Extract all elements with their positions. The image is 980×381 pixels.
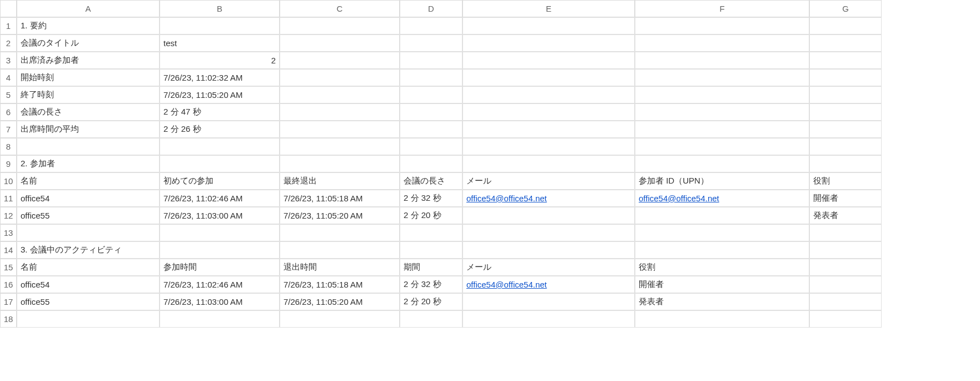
- cell-F3[interactable]: [635, 52, 809, 69]
- cell-A3[interactable]: 出席済み参加者: [17, 52, 160, 69]
- cell-D1[interactable]: [400, 17, 462, 34]
- cell-D3[interactable]: [400, 52, 462, 69]
- cell-F15[interactable]: 役割: [635, 259, 809, 276]
- cell-C15[interactable]: 退出時間: [280, 259, 400, 276]
- cell-A6[interactable]: 会議の長さ: [17, 103, 160, 121]
- cell-E9[interactable]: [462, 155, 635, 172]
- cell-A9[interactable]: 2. 参加者: [17, 155, 160, 172]
- cell-E7[interactable]: [462, 121, 635, 138]
- cell-A14[interactable]: 3. 会議中のアクティビティ: [17, 241, 160, 259]
- cell-A13[interactable]: [17, 224, 160, 241]
- column-header-G[interactable]: G: [809, 0, 882, 17]
- cell-F6[interactable]: [635, 103, 809, 121]
- cell-E17[interactable]: [462, 293, 635, 310]
- cell-B5[interactable]: 7/26/23, 11:05:20 AM: [160, 86, 280, 103]
- cell-C14[interactable]: [280, 241, 400, 259]
- cell-F12[interactable]: [635, 207, 809, 224]
- cell-F8[interactable]: [635, 138, 809, 155]
- cell-A18[interactable]: [17, 310, 160, 328]
- cell-B8[interactable]: [160, 138, 280, 155]
- cell-F10[interactable]: 参加者 ID（UPN）: [635, 172, 809, 190]
- cell-D18[interactable]: [400, 310, 462, 328]
- cell-A15[interactable]: 名前: [17, 259, 160, 276]
- cell-F1[interactable]: [635, 17, 809, 34]
- cell-E12[interactable]: [462, 207, 635, 224]
- cell-D15[interactable]: 期間: [400, 259, 462, 276]
- cell-F5[interactable]: [635, 86, 809, 103]
- cell-A10[interactable]: 名前: [17, 172, 160, 190]
- link-E16[interactable]: office54@office54.net: [466, 280, 547, 289]
- cell-C6[interactable]: [280, 103, 400, 121]
- row-header-8[interactable]: 8: [0, 138, 17, 155]
- spreadsheet-grid[interactable]: ABCDEFG11. 要約2会議のタイトルtest3出席済み参加者24開始時刻7…: [0, 0, 980, 328]
- cell-G2[interactable]: [809, 34, 882, 52]
- cell-C13[interactable]: [280, 224, 400, 241]
- cell-E14[interactable]: [462, 241, 635, 259]
- cell-E18[interactable]: [462, 310, 635, 328]
- cell-D6[interactable]: [400, 103, 462, 121]
- row-header-15[interactable]: 15: [0, 259, 17, 276]
- cell-B7[interactable]: 2 分 26 秒: [160, 121, 280, 138]
- cell-B3[interactable]: 2: [160, 52, 280, 69]
- cell-E11[interactable]: office54@office54.net: [462, 190, 635, 207]
- cell-E15[interactable]: メール: [462, 259, 635, 276]
- cell-A1[interactable]: 1. 要約: [17, 17, 160, 34]
- cell-B13[interactable]: [160, 224, 280, 241]
- cell-B16[interactable]: 7/26/23, 11:02:46 AM: [160, 276, 280, 293]
- cell-G11[interactable]: 開催者: [809, 190, 882, 207]
- cell-A4[interactable]: 開始時刻: [17, 69, 160, 86]
- column-header-B[interactable]: B: [160, 0, 280, 17]
- cell-C1[interactable]: [280, 17, 400, 34]
- cell-B15[interactable]: 参加時間: [160, 259, 280, 276]
- cell-C17[interactable]: 7/26/23, 11:05:20 AM: [280, 293, 400, 310]
- cell-C2[interactable]: [280, 34, 400, 52]
- row-header-16[interactable]: 16: [0, 276, 17, 293]
- cell-B12[interactable]: 7/26/23, 11:03:00 AM: [160, 207, 280, 224]
- cell-F14[interactable]: [635, 241, 809, 259]
- cell-F4[interactable]: [635, 69, 809, 86]
- cell-G12[interactable]: 発表者: [809, 207, 882, 224]
- cell-A2[interactable]: 会議のタイトル: [17, 34, 160, 52]
- cell-E16[interactable]: office54@office54.net: [462, 276, 635, 293]
- cell-E5[interactable]: [462, 86, 635, 103]
- cell-D8[interactable]: [400, 138, 462, 155]
- cell-D17[interactable]: 2 分 20 秒: [400, 293, 462, 310]
- cell-B9[interactable]: [160, 155, 280, 172]
- cell-C16[interactable]: 7/26/23, 11:05:18 AM: [280, 276, 400, 293]
- row-header-17[interactable]: 17: [0, 293, 17, 310]
- cell-G13[interactable]: [809, 224, 882, 241]
- row-header-4[interactable]: 4: [0, 69, 17, 86]
- column-header-A[interactable]: A: [17, 0, 160, 17]
- cell-B6[interactable]: 2 分 47 秒: [160, 103, 280, 121]
- cell-G17[interactable]: [809, 293, 882, 310]
- cell-F11[interactable]: office54@office54.net: [635, 190, 809, 207]
- cell-A8[interactable]: [17, 138, 160, 155]
- cell-D4[interactable]: [400, 69, 462, 86]
- cell-C8[interactable]: [280, 138, 400, 155]
- cell-F9[interactable]: [635, 155, 809, 172]
- column-header-C[interactable]: C: [280, 0, 400, 17]
- row-header-5[interactable]: 5: [0, 86, 17, 103]
- cell-F18[interactable]: [635, 310, 809, 328]
- cell-E1[interactable]: [462, 17, 635, 34]
- cell-A11[interactable]: office54: [17, 190, 160, 207]
- cell-E8[interactable]: [462, 138, 635, 155]
- cell-G14[interactable]: [809, 241, 882, 259]
- row-header-2[interactable]: 2: [0, 34, 17, 52]
- cell-B10[interactable]: 初めての参加: [160, 172, 280, 190]
- cell-A7[interactable]: 出席時間の平均: [17, 121, 160, 138]
- cell-D16[interactable]: 2 分 32 秒: [400, 276, 462, 293]
- cell-C7[interactable]: [280, 121, 400, 138]
- row-header-10[interactable]: 10: [0, 172, 17, 190]
- cell-G15[interactable]: [809, 259, 882, 276]
- cell-G4[interactable]: [809, 69, 882, 86]
- cell-D10[interactable]: 会議の長さ: [400, 172, 462, 190]
- cell-F13[interactable]: [635, 224, 809, 241]
- cell-A17[interactable]: office55: [17, 293, 160, 310]
- cell-B18[interactable]: [160, 310, 280, 328]
- cell-G1[interactable]: [809, 17, 882, 34]
- cell-A5[interactable]: 終了時刻: [17, 86, 160, 103]
- cell-G10[interactable]: 役割: [809, 172, 882, 190]
- row-header-3[interactable]: 3: [0, 52, 17, 69]
- column-header-E[interactable]: E: [462, 0, 635, 17]
